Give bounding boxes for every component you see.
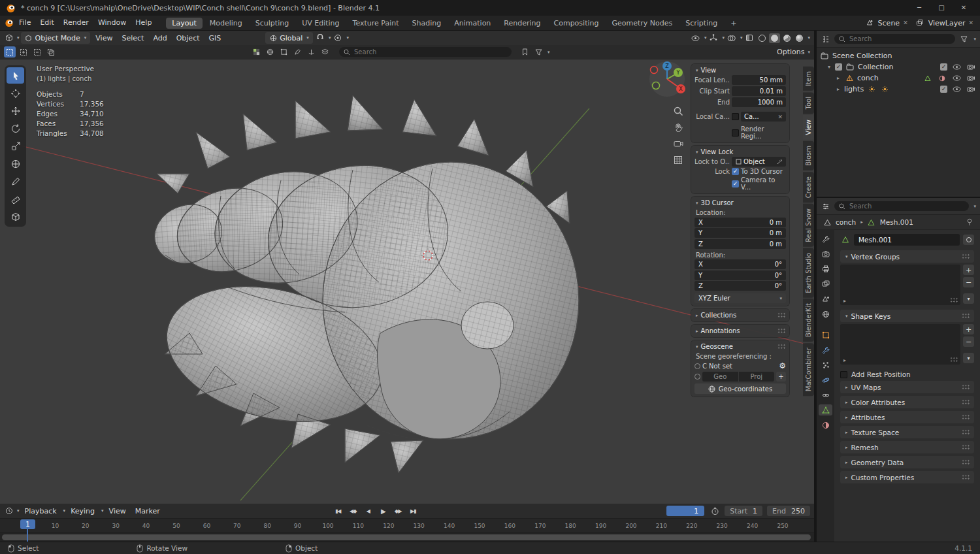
add-crs-button[interactable]: + xyxy=(776,372,786,382)
close-button[interactable]: ✕ xyxy=(953,0,975,16)
auto-keying-icon[interactable] xyxy=(710,506,720,516)
list-resize-grip[interactable] xyxy=(950,297,958,303)
menu-render[interactable]: Render xyxy=(59,16,93,30)
crs-settings-gear-icon[interactable]: ⚙ xyxy=(779,361,786,370)
menu-add[interactable]: Add xyxy=(149,34,171,42)
vertex-groups-list[interactable]: ▸ xyxy=(840,265,960,305)
play-reverse-button[interactable]: ◀ xyxy=(362,506,374,516)
tab-blenderkit[interactable]: BlenderKit xyxy=(803,299,814,342)
panel-3d-cursor-title[interactable]: 3D Cursor xyxy=(701,199,734,206)
shape-keys-list[interactable]: ▸ xyxy=(840,324,960,365)
measure-tool[interactable] xyxy=(7,191,24,207)
collection-enable-checkbox[interactable]: ✓ xyxy=(835,63,842,71)
checker-icon[interactable] xyxy=(250,46,262,57)
cursor-location-x-field[interactable]: X0 m xyxy=(694,218,786,227)
to-3d-cursor-checkbox[interactable]: ✓ xyxy=(732,168,739,175)
properties-editor-icon[interactable] xyxy=(821,201,831,212)
outliner-filter-chevron-icon[interactable]: ▾ xyxy=(973,37,976,42)
viewport-3d[interactable]: ▾ Object Mode ▾ View Select Add Object G… xyxy=(0,31,814,504)
tab-output-icon[interactable] xyxy=(819,263,832,274)
menu-object[interactable]: Object xyxy=(172,34,204,42)
snap-magnet-icon[interactable] xyxy=(314,33,326,44)
frame-start-field[interactable]: Start 1 xyxy=(725,506,762,516)
tab-matcombiner[interactable]: MatCombiner xyxy=(803,343,814,396)
workspace-tab-compositing[interactable]: Compositing xyxy=(548,18,605,29)
timeline-editor-chevron-icon[interactable]: ▾ xyxy=(17,508,20,513)
proj-button[interactable]: Proj xyxy=(739,372,775,382)
snap-chevron-icon[interactable]: ▾ xyxy=(329,35,331,41)
zoom-icon[interactable] xyxy=(673,106,683,116)
custom-properties-panel[interactable]: ▸Custom Properties xyxy=(840,471,974,483)
tab-scene-icon[interactable] xyxy=(819,293,832,304)
tab-modifiers-icon[interactable] xyxy=(819,344,832,355)
sphere-icon[interactable] xyxy=(264,46,276,57)
menu-view[interactable]: View xyxy=(91,34,116,42)
outliner-editor-icon[interactable] xyxy=(821,34,831,44)
panel-view-title[interactable]: View xyxy=(701,67,717,74)
geometry-data-panel[interactable]: ▸Geometry Data xyxy=(840,456,974,468)
geo-button[interactable]: Geo xyxy=(702,372,738,382)
panel-grip-handle[interactable] xyxy=(962,474,970,480)
tab-real-snow[interactable]: Real Snow xyxy=(803,204,814,247)
uv-maps-panel[interactable]: ▸UV Maps xyxy=(840,381,974,393)
render-region-checkbox[interactable] xyxy=(732,129,739,137)
disable-render-camera-icon[interactable] xyxy=(966,62,976,73)
search-input[interactable] xyxy=(353,48,507,56)
mode-dropdown[interactable]: Object Mode ▾ xyxy=(21,32,91,44)
tab-world-icon[interactable] xyxy=(819,308,832,319)
transform-tool[interactable] xyxy=(7,155,24,172)
list-filter-expand-icon[interactable]: ▸ xyxy=(843,298,846,304)
expand-icon[interactable]: ▾ xyxy=(826,64,832,70)
cursor-location-z-field[interactable]: Z0 m xyxy=(694,239,786,249)
menu-select[interactable]: Select xyxy=(118,34,148,42)
tab-viewlayer-icon[interactable] xyxy=(819,278,832,289)
menu-marker[interactable]: Marker xyxy=(131,507,164,515)
add-workspace-button[interactable]: + xyxy=(725,18,742,29)
menu-playback[interactable]: Playback xyxy=(21,507,61,515)
breadcrumb-object[interactable]: conch xyxy=(836,218,856,226)
axis-icon[interactable] xyxy=(305,46,317,57)
workspace-tab-modeling[interactable]: Modeling xyxy=(204,18,248,29)
overlays-chevron-icon[interactable]: ▾ xyxy=(740,35,743,41)
expand-icon[interactable]: ▸ xyxy=(835,86,841,92)
disable-render-camera-icon[interactable] xyxy=(966,84,976,95)
pin-icon[interactable] xyxy=(964,217,975,227)
panel-grip-handle[interactable] xyxy=(962,414,970,420)
tab-object-icon[interactable] xyxy=(819,329,832,340)
clip-end-field[interactable]: 1000 m xyxy=(732,97,786,107)
properties-search[interactable] xyxy=(834,201,969,211)
menu-help[interactable]: Help xyxy=(131,16,156,30)
panel-grip-handle[interactable] xyxy=(777,328,786,334)
list-resize-grip[interactable] xyxy=(950,357,958,363)
cursor-rotation-y-field[interactable]: Y0° xyxy=(694,270,786,280)
panel-grip-handle[interactable] xyxy=(962,253,970,259)
orthographic-grid-icon[interactable] xyxy=(673,155,683,165)
lock-to-object-field[interactable]: Object xyxy=(732,157,786,167)
editor-type-chevron-icon[interactable]: ▾ xyxy=(17,35,20,41)
panel-expand-icon[interactable]: ▾ xyxy=(696,201,698,206)
bookmark-icon[interactable] xyxy=(519,46,531,57)
local-camera-clear-icon[interactable]: ✕ xyxy=(777,114,783,120)
previous-keyframe-button[interactable]: ◀◆ xyxy=(347,506,359,516)
breadcrumb-data[interactable]: Mesh.001 xyxy=(880,218,913,226)
outliner-row-lights[interactable]: ▸ lights ✓ xyxy=(817,84,980,95)
tab-constraints-icon[interactable] xyxy=(819,389,832,400)
shading-material-button[interactable] xyxy=(781,33,792,43)
outliner-row-scene-collection[interactable]: Scene Collection xyxy=(817,50,980,61)
viewlayer-unlink-icon[interactable]: ✕ xyxy=(968,20,973,26)
viewport-canvas[interactable]: User Perspective (1) lights | conch Obje… xyxy=(0,59,814,504)
shading-rendered-button[interactable] xyxy=(794,33,805,43)
shape-keys-panel-header[interactable]: ▾ Shape Keys xyxy=(840,310,974,322)
geo-coordinates-button[interactable]: Geo-coordinates xyxy=(694,383,786,394)
menu-file[interactable]: File xyxy=(14,16,35,30)
cursor-tool[interactable] xyxy=(7,85,24,101)
menu-gis[interactable]: GIS xyxy=(205,34,225,42)
panel-expand-icon[interactable]: ▾ xyxy=(845,314,848,319)
scene-unlink-icon[interactable]: ✕ xyxy=(903,20,908,26)
timeline-editor-icon[interactable] xyxy=(4,506,14,516)
color-attributes-panel[interactable]: ▸Color Attributes xyxy=(840,396,974,408)
menu-window[interactable]: Window xyxy=(93,16,131,30)
select-mode-intersect-icon[interactable] xyxy=(45,46,57,57)
options-dropdown[interactable]: Options xyxy=(777,48,804,56)
camera-view-icon[interactable] xyxy=(673,138,683,149)
